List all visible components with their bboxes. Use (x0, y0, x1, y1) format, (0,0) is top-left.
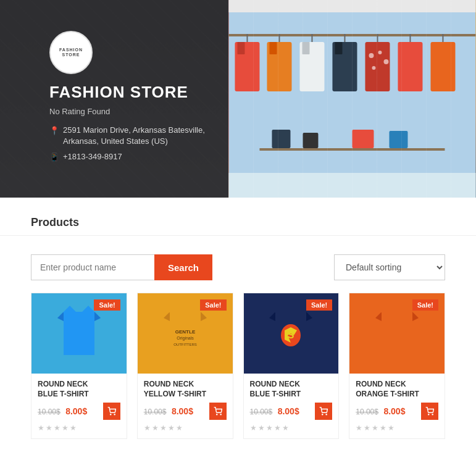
sale-badge-1: Sale! (200, 299, 226, 311)
star-row-2: ★ ★ ★ ★ ★ (250, 424, 333, 432)
star-0-4: ★ (62, 424, 69, 432)
product-price-row-0: 10.00$ 8.00$ (38, 403, 120, 420)
hero-overlay: FASHION STORE FASHION STORE No Rating Fo… (0, 0, 228, 198)
star-3-4: ★ (380, 424, 386, 432)
star-2-5: ★ (282, 424, 289, 432)
star-1-2: ★ (152, 424, 159, 432)
hero-section: FASHION STORE FASHION STORE No Rating Fo… (0, 0, 476, 198)
location-icon: 📍 (49, 125, 59, 136)
svg-point-64 (114, 414, 115, 415)
product-card-2[interactable]: Sale! S ROUND NECKBLUE T-SHIRT 10.00$ 8. (243, 293, 340, 439)
product-prices-2: 10.00$ 8.00$ (250, 406, 299, 417)
star-1-5: ★ (176, 424, 183, 432)
product-info-3: ROUND NECKORANGE T-SHIRT 10.00$ 8.00$ ★ (349, 374, 445, 438)
store-logo-text: FASHION STORE (59, 48, 83, 58)
svg-text:GENTLE: GENTLE (175, 329, 195, 335)
products-title: Products (31, 216, 445, 229)
svg-text:S: S (288, 330, 294, 340)
star-3-3: ★ (372, 424, 378, 432)
product-info-0: ROUND NECKBLUE T-SHIRT 10.00$ 8.00$ ★ (31, 374, 127, 438)
add-to-cart-2[interactable] (315, 403, 332, 420)
star-0-3: ★ (54, 424, 61, 432)
product-prices-3: 10.00$ 8.00$ (356, 406, 405, 417)
svg-rect-59 (390, 131, 408, 148)
svg-rect-29 (229, 0, 476, 198)
product-image-2: Sale! S (244, 293, 339, 374)
svg-marker-81 (375, 306, 419, 355)
svg-rect-37 (270, 42, 277, 54)
price-new-0: 8.00$ (65, 406, 87, 416)
svg-rect-39 (300, 42, 325, 91)
product-price-row-3: 10.00$ 8.00$ (356, 403, 438, 420)
svg-marker-60 (57, 306, 101, 355)
svg-point-84 (428, 414, 429, 415)
star-row-1: ★ ★ ★ ★ ★ (144, 424, 227, 432)
svg-point-79 (322, 414, 323, 415)
product-name-1: ROUND NECKYELLOW T-SHIRT (144, 380, 227, 399)
svg-point-80 (326, 414, 327, 415)
svg-point-71 (216, 414, 217, 415)
svg-rect-30 (229, 0, 476, 12)
sale-badge-2: Sale! (306, 299, 332, 311)
star-2-3: ★ (266, 424, 273, 432)
star-3-2: ★ (364, 424, 370, 432)
price-old-2: 10.00$ (250, 408, 273, 416)
svg-text:OUTFITTERS: OUTFITTERS (173, 343, 197, 346)
search-input[interactable] (31, 254, 154, 280)
sale-badge-0: Sale! (94, 299, 120, 311)
star-0-5: ★ (70, 424, 77, 432)
product-card-1[interactable]: Sale! GENTLE Originals OUTFITTERS ROUND … (137, 293, 233, 439)
star-row-0: ★ ★ ★ ★ ★ (38, 424, 120, 432)
hero-bg-right (228, 0, 476, 198)
search-area: Search Default sorting (0, 248, 476, 293)
svg-rect-31 (229, 34, 476, 36)
price-old-3: 10.00$ (356, 408, 378, 416)
svg-rect-51 (398, 42, 423, 91)
svg-rect-36 (267, 42, 292, 91)
product-name-0: ROUND NECKBLUE T-SHIRT (38, 380, 120, 399)
svg-text:Originals: Originals (177, 336, 194, 341)
price-new-1: 8.00$ (172, 406, 193, 416)
star-3-1: ★ (356, 424, 362, 432)
star-0-1: ★ (38, 424, 44, 432)
svg-rect-42 (333, 42, 357, 91)
svg-rect-55 (260, 148, 445, 151)
svg-point-48 (384, 59, 389, 64)
svg-rect-45 (365, 42, 390, 91)
svg-rect-33 (235, 42, 260, 91)
svg-rect-57 (303, 133, 319, 148)
svg-rect-34 (238, 42, 245, 54)
store-address: 2591 Marion Drive, Arkansas Batesville, … (63, 125, 210, 147)
svg-rect-43 (335, 42, 343, 54)
price-old-1: 10.00$ (144, 408, 167, 416)
products-section: Products Search Default sorting Sale! RO… (0, 198, 476, 460)
star-1-4: ★ (168, 424, 175, 432)
svg-rect-54 (229, 173, 476, 198)
star-2-1: ★ (250, 424, 257, 432)
star-2-4: ★ (274, 424, 281, 432)
search-controls: Search (31, 254, 212, 280)
product-name-2: ROUND NECKBLUE T-SHIRT (250, 380, 333, 399)
search-button[interactable]: Search (154, 254, 212, 280)
right-rack-svg (228, 0, 476, 198)
products-header: Products (0, 210, 476, 236)
add-to-cart-0[interactable] (103, 403, 120, 420)
sort-select[interactable]: Default sorting (334, 254, 445, 280)
store-name: FASHION STORE (49, 83, 210, 102)
star-1-3: ★ (160, 424, 167, 432)
product-name-3: ROUND NECKORANGE T-SHIRT (356, 380, 438, 399)
svg-rect-40 (303, 42, 310, 54)
product-card-0[interactable]: Sale! ROUND NECKBLUE T-SHIRT 10.00$ 8.00… (31, 293, 127, 439)
phone-icon: 📱 (49, 152, 59, 163)
add-to-cart-1[interactable] (209, 403, 227, 420)
price-new-2: 8.00$ (278, 406, 299, 416)
store-phone: +1813-349-8917 (63, 151, 122, 162)
product-grid: Sale! ROUND NECKBLUE T-SHIRT 10.00$ 8.00… (0, 293, 476, 458)
svg-rect-53 (431, 42, 456, 91)
add-to-cart-3[interactable] (421, 403, 438, 420)
product-image-0: Sale! (31, 293, 127, 374)
svg-point-85 (432, 414, 433, 415)
product-card-3[interactable]: Sale! ROUND NECKORANGE T-SHIRT 10.00$ 8.… (349, 293, 445, 439)
product-price-row-1: 10.00$ 8.00$ (144, 403, 227, 420)
svg-point-49 (372, 66, 376, 70)
